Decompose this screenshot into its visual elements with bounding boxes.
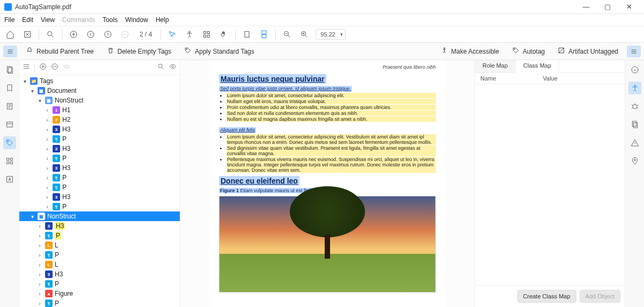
add-object-button[interactable]: Add Object — [580, 290, 620, 303]
copy-panel-icon[interactable] — [628, 118, 641, 131]
pages-panel-icon[interactable] — [3, 63, 16, 76]
cursor-icon[interactable] — [166, 28, 178, 40]
remove-node-icon[interactable] — [51, 63, 58, 72]
tree-item[interactable]: ›LL — [19, 240, 180, 250]
tab-class-map[interactable]: Class Map — [516, 60, 559, 73]
tree-item[interactable]: ›2H2 — [19, 115, 180, 125]
search-icon[interactable] — [45, 28, 56, 40]
zoom-out-icon[interactable] — [281, 28, 293, 40]
order-panel-icon[interactable] — [3, 118, 16, 131]
menu-file[interactable]: File — [4, 16, 14, 24]
tree-item[interactable]: ›3H3 — [19, 192, 180, 202]
create-class-map-button[interactable]: Create Class Map — [517, 290, 576, 303]
zoom-select[interactable]: 95.22 — [316, 29, 346, 40]
doc-list-item: Nullam eget elit eros, mauris tristique … — [226, 99, 436, 104]
tags-tree-panel: ▾📁Tags ▾▦Document ▾▦NonStruct ›1H1 ›2H2 … — [19, 60, 180, 307]
artifact-untagged-button[interactable]: Artifact Untagged — [553, 45, 623, 57]
maximize-button[interactable]: ▢ — [597, 1, 618, 13]
panel-toggle-right[interactable] — [627, 46, 641, 57]
location-panel-icon[interactable] — [628, 155, 641, 167]
menu-tools[interactable]: Tools — [103, 16, 118, 24]
tree-item[interactable]: ›¶P — [19, 279, 180, 289]
menu-help[interactable]: Help — [156, 16, 169, 24]
grid-icon[interactable] — [201, 28, 213, 40]
tree-item[interactable]: ›3H3 — [19, 163, 180, 173]
tree-item[interactable]: ›¶P — [19, 202, 180, 211]
apply-standard-tags-button[interactable]: Apply Standard Tags — [180, 45, 259, 57]
title-bar: AutoTagSample.pdf — ▢ ✕ — [0, 0, 644, 14]
tree-nonstruct-selected[interactable]: ▾▦NonStruct — [19, 211, 180, 221]
rebuild-parent-tree-button[interactable]: Rebuild Parent Tree — [21, 45, 98, 57]
bookmarks-panel-icon[interactable] — [3, 82, 16, 94]
alert-panel-icon[interactable] — [628, 136, 641, 149]
next-page-icon[interactable] — [102, 28, 114, 40]
tree-item[interactable]: ›¶P — [19, 173, 180, 182]
menu-view[interactable]: View — [41, 16, 55, 24]
tree-item[interactable]: ›1H1 — [19, 105, 180, 115]
accessibility-icon[interactable] — [184, 28, 195, 40]
link-icon[interactable] — [63, 63, 70, 72]
svg-point-3 — [87, 31, 94, 38]
svg-rect-8 — [208, 32, 210, 34]
content-panel-icon[interactable] — [3, 100, 16, 113]
menu-edit[interactable]: Edit — [22, 16, 33, 24]
autotag-button[interactable]: Autotag — [508, 45, 549, 57]
minimize-button[interactable]: — — [575, 1, 597, 13]
tree-menu-icon[interactable] — [23, 63, 30, 72]
tree-document[interactable]: ▾▦Document — [19, 86, 180, 96]
svg-rect-37 — [632, 121, 636, 126]
last-page-icon[interactable] — [119, 28, 131, 40]
svg-point-35 — [634, 85, 635, 86]
close-button[interactable]: ✕ — [618, 1, 640, 13]
tree-item[interactable]: ›¶P — [19, 134, 180, 144]
make-accessible-button[interactable]: Make Accessible — [436, 45, 503, 57]
tree-item[interactable]: ›¶P — [19, 298, 180, 307]
home-icon[interactable] — [4, 28, 16, 40]
menu-window[interactable]: Window — [125, 16, 148, 24]
panel-toggle-left[interactable] — [3, 46, 17, 57]
hand-icon[interactable] — [218, 28, 230, 40]
font-panel-icon[interactable] — [3, 173, 16, 186]
tree-search-icon[interactable] — [157, 63, 165, 72]
first-page-icon[interactable] — [68, 28, 79, 40]
structure-panel-icon[interactable] — [3, 155, 16, 167]
document-view[interactable]: Praesent quis libero nibh Mauris luctus … — [180, 60, 474, 307]
svg-rect-28 — [10, 162, 12, 164]
tree-item[interactable]: ›▲Figure — [19, 289, 180, 298]
add-node-icon[interactable] — [39, 63, 47, 72]
prev-page-icon[interactable] — [85, 28, 97, 40]
tree-root[interactable]: ▾📁Tags — [19, 76, 180, 86]
page-indicator[interactable]: 2 / 4 — [136, 31, 155, 38]
tags-panel-icon[interactable] — [3, 136, 16, 149]
tree-item[interactable]: ›¶P — [19, 250, 180, 260]
tree-item[interactable]: ›LL — [19, 260, 180, 269]
fit-page-icon[interactable] — [21, 28, 33, 40]
doc-figure-image — [219, 196, 436, 293]
menu-commands[interactable]: Commands — [62, 16, 95, 24]
apply-std-label: Apply Standard Tags — [195, 48, 254, 55]
tree-item[interactable]: ›3H3 — [19, 269, 180, 279]
doc-list-item: Sed dignissim vitae quam vitae vestibulu… — [226, 145, 436, 156]
svg-rect-13 — [262, 35, 266, 38]
tree-item[interactable]: ›3H3 — [19, 144, 180, 154]
tab-role-map[interactable]: Role Map — [475, 60, 516, 72]
menu-bar: File Edit View Commands Tools Window Hel… — [0, 14, 644, 26]
tree-nonstruct-1[interactable]: ▾▦NonStruct — [19, 96, 180, 105]
delete-empty-tags-button[interactable]: Delete Empty Tags — [103, 45, 176, 57]
tree-item[interactable]: ›¶P — [19, 182, 180, 192]
tree-item[interactable]: ›3H3 — [19, 221, 180, 231]
zoom-in-icon[interactable] — [298, 28, 310, 40]
single-page-icon[interactable] — [241, 28, 253, 40]
doc-list: Lorem ipsum dolor sit amet, consectetur … — [226, 93, 436, 122]
bug-panel-icon[interactable] — [628, 100, 641, 113]
info-panel-icon[interactable] — [628, 63, 641, 76]
visibility-icon[interactable] — [169, 63, 177, 72]
tree-item[interactable]: ›¶P — [19, 154, 180, 163]
continuous-page-icon[interactable] — [258, 28, 270, 40]
doc-heading: Donec eu eleifend leo — [219, 176, 299, 186]
properties-footer: Create Class Map Add Object — [475, 285, 625, 307]
accessibility-panel-icon[interactable] — [628, 82, 641, 94]
tags-tree[interactable]: ▾📁Tags ▾▦Document ▾▦NonStruct ›1H1 ›2H2 … — [19, 75, 180, 307]
tree-item[interactable]: ›¶P — [19, 231, 180, 240]
tree-item[interactable]: ›3H3 — [19, 125, 180, 134]
